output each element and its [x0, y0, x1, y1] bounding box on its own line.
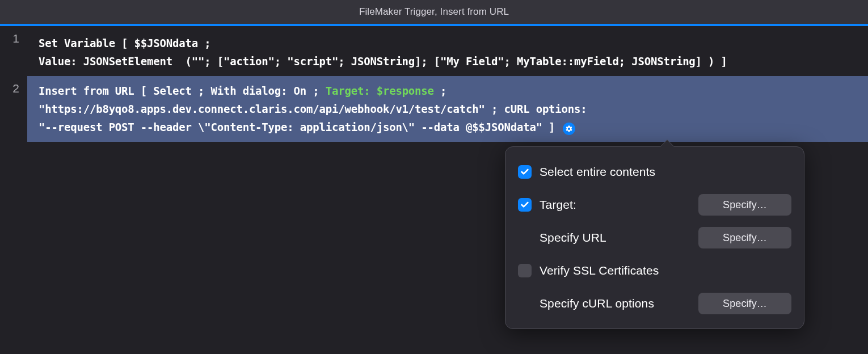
popover-arrow: [660, 140, 675, 148]
option-label: Specify cURL options: [540, 297, 698, 310]
checkbox-verify-ssl[interactable]: [518, 264, 532, 277]
line-number: 2: [0, 76, 27, 142]
specify-url-button[interactable]: Specify…: [698, 227, 791, 248]
gear-icon[interactable]: [563, 123, 575, 135]
option-row-specify-url: Specify URL Specify…: [518, 224, 791, 251]
specify-target-button[interactable]: Specify…: [698, 194, 791, 216]
script-row-selected[interactable]: 2 Insert from URL [ Select ; With dialog…: [0, 76, 868, 142]
option-label: Select entire contents: [540, 165, 791, 179]
script-area: 1 Set Variable [ $$JSONdata ; Value: JSO…: [0, 26, 868, 142]
option-row-target: Target: Specify…: [518, 191, 791, 218]
script-step-options-popover: Select entire contents Target: Specify… …: [505, 146, 804, 329]
option-row-curl-options: Specify cURL options Specify…: [518, 290, 791, 317]
window-title: FileMaker Trigger, Insert from URL: [359, 6, 509, 18]
script-step-insert-from-url: Insert from URL [ Select ; With dialog: …: [39, 82, 859, 136]
option-row-verify-ssl: Verify SSL Certificates: [518, 257, 791, 284]
option-label: Target:: [540, 198, 698, 212]
specify-curl-button[interactable]: Specify…: [698, 293, 791, 314]
option-label: Specify URL: [540, 231, 698, 245]
window-titlebar: FileMaker Trigger, Insert from URL: [0, 0, 868, 24]
line-number: 1: [0, 26, 27, 76]
checkbox-select-entire[interactable]: [518, 165, 532, 179]
option-row-select-entire: Select entire contents: [518, 158, 791, 186]
script-row[interactable]: 1 Set Variable [ $$JSONdata ; Value: JSO…: [0, 26, 868, 76]
option-label: Verify SSL Certificates: [540, 264, 791, 277]
script-step-set-variable: Set Variable [ $$JSONdata ; Value: JSONS…: [39, 34, 859, 70]
target-highlight: Target: $response: [326, 85, 434, 97]
checkbox-target[interactable]: [518, 198, 532, 212]
